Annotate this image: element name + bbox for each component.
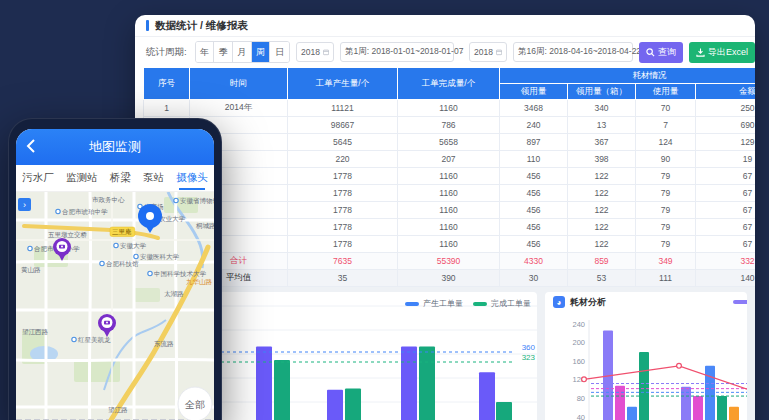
period-option-周[interactable]: 周: [252, 42, 271, 62]
table-row: 177811604561227967: [144, 236, 756, 253]
table-cell: 390: [398, 270, 500, 287]
phone-tab-泵站[interactable]: 泵站: [143, 166, 164, 190]
table-cell: 1160: [398, 236, 500, 253]
map[interactable]: 市政务中心合肥市琥珀中学体育场安徽农业大学安徽省博物馆桐城路五里墩立交桥三里庵合…: [16, 192, 214, 420]
map-label: 中国科学技术大学: [148, 270, 207, 277]
bar: [274, 360, 290, 420]
col-header: 序号: [144, 68, 190, 100]
phone-tab-桥梁[interactable]: 桥梁: [110, 166, 131, 190]
stage: 数据统计 / 维修报表 统计周期: 年季月周日 2018 第1周: 2018-0…: [0, 0, 769, 420]
table-row: 2202071103989019: [144, 151, 756, 168]
legend-item[interactable]: 完成工单量: [473, 298, 531, 309]
svg-text:160: 160: [572, 357, 585, 366]
charts-row: 产生工单量完成工单量 360323 ◕ 耗材分析 240200160120804…: [135, 287, 755, 420]
col-header: 工单产生量/个: [288, 68, 398, 100]
table-cell: 7: [636, 117, 696, 134]
table-cell: 7635: [288, 253, 398, 270]
table-cell: 67: [696, 219, 756, 236]
bar: [681, 387, 691, 420]
table-cell: 11121: [288, 100, 398, 117]
svg-text:桐城路: 桐城路: [195, 222, 214, 230]
calendar-icon: [496, 48, 502, 56]
map-label: 太湖路: [164, 290, 184, 298]
table-cell: 79: [636, 185, 696, 202]
table-cell: 340: [568, 100, 636, 117]
query-button[interactable]: 查询: [639, 42, 683, 63]
table-cell: 122: [568, 219, 636, 236]
svg-text:323: 323: [522, 353, 536, 362]
phone-tab-监测站[interactable]: 监测站: [66, 166, 98, 190]
export-excel-button[interactable]: 导出Excel: [689, 42, 755, 63]
table-cell: 859: [568, 253, 636, 270]
bar: [479, 372, 495, 420]
table-row: 177811604561227967: [144, 185, 756, 202]
map-label: 市政务中心: [92, 196, 125, 203]
svg-text:九华山路: 九华山路: [186, 278, 213, 286]
back-button[interactable]: [26, 138, 36, 158]
svg-text:80: 80: [577, 394, 585, 403]
svg-text:200: 200: [572, 338, 585, 347]
table-cell: 98667: [288, 117, 398, 134]
week-to-input[interactable]: 第16周: 2018-04-16~2018-04-22: [513, 42, 633, 62]
period-option-季[interactable]: 季: [214, 42, 233, 62]
bar: [401, 347, 417, 420]
table-cell: 53: [568, 270, 636, 287]
filter-toolbar: 统计周期: 年季月周日 2018 第1周: 2018-01-01~2018-01…: [135, 37, 755, 67]
map-label: 黄山路: [21, 266, 41, 274]
svg-text:安徽医科大学: 安徽医科大学: [140, 253, 180, 261]
chart-header: ◕ 耗材分析: [545, 292, 747, 312]
svg-text:中国科学技术大学: 中国科学技术大学: [154, 270, 207, 277]
sub-col-header: 领用量: [500, 84, 568, 100]
show-all-button[interactable]: 全部: [178, 387, 212, 420]
phone-tab-摄像头[interactable]: 摄像头: [176, 166, 208, 190]
legend-item[interactable]: 产生工单量: [405, 298, 463, 309]
table-row: 98667786240137690: [144, 117, 756, 134]
table-cell: 456: [500, 168, 568, 185]
year-to-select[interactable]: 2018: [469, 42, 507, 62]
table-cell: 110: [500, 151, 568, 168]
legend-swatch: [473, 302, 487, 306]
table-cell: 1778: [288, 168, 398, 185]
week-from-input[interactable]: 第1周: 2018-01-01~2018-01-07: [340, 42, 454, 62]
svg-text:东流路: 东流路: [154, 340, 174, 348]
legend-label: 完成工单量: [491, 298, 531, 309]
group-col-header: 耗材情况: [500, 68, 756, 84]
legend-mark-purple[interactable]: [733, 300, 747, 304]
table-cell: 456: [500, 219, 568, 236]
period-option-日[interactable]: 日: [270, 42, 289, 62]
table-cell: 124: [636, 134, 696, 151]
period-option-月[interactable]: 月: [233, 42, 252, 62]
col-header: 时间: [190, 68, 288, 100]
period-option-年[interactable]: 年: [196, 42, 215, 62]
phone-mockup: 地图监测 污水厂监测站桥梁泵站摄像头: [8, 118, 222, 420]
table-cell: 1160: [398, 219, 500, 236]
phone-tab-污水厂[interactable]: 污水厂: [22, 166, 54, 190]
table-cell: 367: [568, 134, 636, 151]
period-label: 统计周期:: [146, 46, 187, 59]
table-row: 56455658897367124129: [144, 134, 756, 151]
dashboard-window: 数据统计 / 维修报表 统计周期: 年季月周日 2018 第1周: 2018-0…: [135, 15, 755, 420]
bar: [327, 390, 343, 420]
table-cell: 456: [500, 236, 568, 253]
sub-col-header: 领用量（箱）: [568, 84, 636, 100]
avg-row: 平均值353903053111140: [144, 270, 756, 287]
svg-text:市政务中心: 市政务中心: [92, 196, 125, 203]
table-cell: 4330: [500, 253, 568, 270]
map-expand-button[interactable]: ›: [18, 198, 31, 211]
table-cell: 1160: [398, 202, 500, 219]
table-cell: 1778: [288, 202, 398, 219]
table-cell: 332: [696, 253, 756, 270]
map-container: 市政务中心合肥市琥珀中学体育场安徽农业大学安徽省博物馆桐城路五里墩立交桥三里庵合…: [16, 192, 214, 420]
table-cell: 5645: [288, 134, 398, 151]
phone-tab-bar: 污水厂监测站桥梁泵站摄像头: [16, 165, 214, 192]
table-cell: 79: [636, 219, 696, 236]
table-cell: 70: [636, 100, 696, 117]
table-cell: 122: [568, 168, 636, 185]
table-cell: 79: [636, 236, 696, 253]
range-separator: -: [460, 47, 463, 57]
map-label: 五里墩立交桥: [48, 231, 88, 239]
total-row: 合计7635553904330859349332: [144, 253, 756, 270]
year-from-select[interactable]: 2018: [296, 42, 334, 62]
svg-text:红星美凯龙: 红星美凯龙: [78, 336, 111, 344]
table-cell: 1778: [288, 236, 398, 253]
